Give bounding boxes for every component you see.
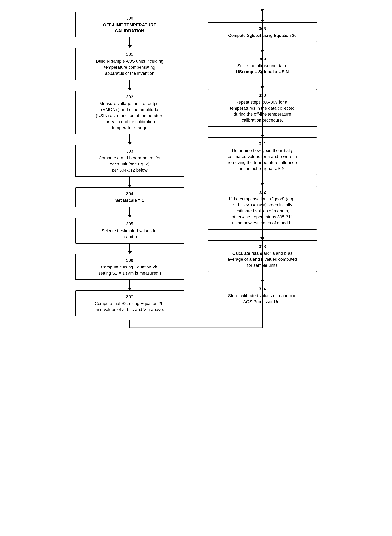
left-column: 300 OFF-LINE TEMPERATURE CALIBRATION 301… bbox=[71, 12, 188, 316]
box-311: 311 Determine how good the initially est… bbox=[208, 137, 317, 175]
arrow-312-313 bbox=[261, 230, 264, 240]
box-312: 312 If the compensation is "good" (e.g.,… bbox=[208, 186, 317, 230]
arrow-310-311 bbox=[261, 127, 264, 137]
arrow-302-303 bbox=[128, 134, 132, 145]
right-column: 308 Compute Sglobal using Equation 2c 30… bbox=[204, 12, 321, 308]
arrow-311-312 bbox=[261, 175, 264, 186]
arrow-309-310 bbox=[261, 79, 264, 89]
arrow-313-314 bbox=[261, 272, 264, 283]
box-300: 300 OFF-LINE TEMPERATURE CALIBRATION bbox=[75, 12, 184, 37]
flowchart: 300 OFF-LINE TEMPERATURE CALIBRATION 301… bbox=[12, 8, 380, 316]
arrow-303-304 bbox=[128, 177, 132, 187]
box-313: 313 Calculate "standard" a and b as aver… bbox=[208, 240, 317, 272]
box-304: 304 Set Bscale = 1 bbox=[75, 187, 184, 207]
arrow-305-306 bbox=[128, 243, 132, 254]
arrow-301-302 bbox=[128, 80, 132, 91]
box-303: 303 Compute a and b parameters for each … bbox=[75, 145, 184, 177]
box-307: 307 Compute trial S2, using Equation 2b,… bbox=[75, 290, 184, 316]
box-309: 309 Scale the ultrasound data:UScomp = S… bbox=[208, 53, 317, 79]
arrow-top-entry bbox=[261, 12, 264, 22]
box-305: 305 Selected estimated values for a and … bbox=[75, 218, 184, 243]
box-306: 306 Compute c using Equation 2b, setting… bbox=[75, 254, 184, 280]
box-301: 301 Build N sample AOS units including t… bbox=[75, 48, 184, 80]
arrow-304-305 bbox=[128, 207, 132, 218]
box-302: 302 Measure voltage monitor output (VMON… bbox=[75, 91, 184, 135]
box-308: 308 Compute Sglobal using Equation 2c bbox=[208, 22, 317, 42]
arrow-300-301 bbox=[128, 37, 132, 48]
arrow-308-309 bbox=[261, 42, 264, 53]
box-310: 310 Repeat steps 305-309 for all tempera… bbox=[208, 89, 317, 127]
arrow-306-307 bbox=[128, 280, 132, 290]
box-314: 314 Store calibrated values of a and b i… bbox=[208, 283, 317, 308]
